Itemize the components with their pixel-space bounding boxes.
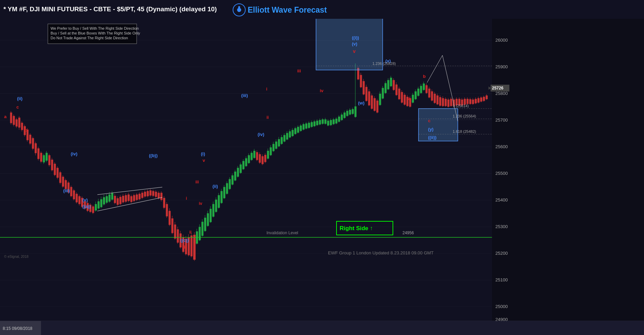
- svg-text:i: i: [266, 87, 267, 92]
- svg-text:ii: ii: [266, 115, 269, 120]
- svg-text:Elliott Wave Forecast: Elliott Wave Forecast: [248, 5, 327, 14]
- svg-rect-461: [0, 321, 644, 335]
- svg-text:25600: 25600: [495, 144, 508, 149]
- chart-container: 26100 26000 25900 25800 25700 25600 2550…: [0, 0, 644, 335]
- svg-text:We Prefer to Buy / Sell With T: We Prefer to Buy / Sell With The Right S…: [51, 26, 139, 30]
- svg-text:ii: ii: [189, 230, 192, 235]
- svg-text:((b)): ((b)): [149, 153, 157, 158]
- svg-text:25000: 25000: [495, 304, 508, 309]
- svg-text:Invalidation Level: Invalidation Level: [266, 231, 298, 235]
- chart-svg: 26100 26000 25900 25800 25700 25600 2550…: [0, 0, 644, 335]
- svg-text:(iv): (iv): [258, 132, 264, 137]
- svg-text:(iii): (iii): [241, 93, 248, 98]
- svg-text:iii: iii: [297, 68, 301, 73]
- svg-rect-391: [419, 109, 458, 141]
- svg-text:8:15 09/08/2018: 8:15 09/08/2018: [3, 326, 32, 331]
- svg-text:1.618 (25482): 1.618 (25482): [453, 129, 476, 134]
- svg-text:iv: iv: [320, 88, 324, 93]
- svg-text:25900: 25900: [495, 64, 508, 69]
- svg-text:((c)): ((c)): [180, 238, 189, 243]
- svg-text:25400: 25400: [495, 197, 508, 203]
- svg-text:v: v: [353, 48, 356, 54]
- svg-text:(y): (y): [428, 127, 434, 132]
- svg-text:© eSignal, 2018: © eSignal, 2018: [4, 255, 29, 259]
- svg-text:(v): (v): [352, 41, 357, 46]
- svg-text:26000: 26000: [495, 38, 508, 43]
- svg-text:25500: 25500: [495, 171, 508, 176]
- svg-text:(iii): (iii): [63, 188, 70, 193]
- svg-text:* YM #F, DJI MINI FUTURES - CB: * YM #F, DJI MINI FUTURES - CBTE - $5/PT…: [3, 5, 217, 13]
- svg-text:25726: 25726: [492, 86, 504, 90]
- svg-text:c: c: [428, 118, 430, 123]
- svg-text:EWF Group 1 London Updated 8.2: EWF Group 1 London Updated 8.23.2018 09.…: [328, 250, 434, 255]
- svg-rect-2: [492, 0, 644, 321]
- svg-text:25800: 25800: [495, 91, 508, 96]
- svg-text:(w): (w): [358, 100, 365, 106]
- svg-text:1.236 (25828): 1.236 (25828): [372, 61, 396, 66]
- svg-point-450: [238, 6, 240, 8]
- svg-text:v: v: [203, 158, 205, 163]
- svg-text:((a)): ((a)): [82, 204, 91, 209]
- svg-text:25700: 25700: [495, 117, 508, 123]
- svg-text:25100: 25100: [495, 277, 508, 282]
- svg-text:a: a: [408, 96, 411, 101]
- svg-text:c: c: [16, 104, 19, 110]
- svg-text:b: b: [25, 127, 27, 132]
- svg-text:((i)): ((i)): [352, 35, 359, 40]
- svg-text:i: i: [186, 196, 187, 201]
- svg-text:24956: 24956: [402, 231, 414, 235]
- svg-text:(iv): (iv): [71, 151, 78, 156]
- svg-text:Do Not Trade Against The Right: Do Not Trade Against The Right Side Dire…: [51, 36, 128, 40]
- svg-text:(ii): (ii): [17, 96, 23, 101]
- svg-text:iv: iv: [199, 201, 202, 206]
- svg-text:25300: 25300: [495, 224, 508, 229]
- svg-text:(i): (i): [201, 151, 205, 156]
- svg-text:(v): (v): [82, 197, 88, 203]
- svg-text:25200: 25200: [495, 251, 508, 256]
- svg-text:((ii)): ((ii)): [428, 135, 437, 140]
- svg-text:iii: iii: [195, 180, 199, 184]
- svg-text:Right Side ↑: Right Side ↑: [340, 225, 373, 232]
- svg-text:4: 4: [183, 245, 186, 250]
- svg-text:b: b: [423, 74, 426, 79]
- svg-text:(ii): (ii): [213, 184, 218, 189]
- svg-text:Buy / Sell at the Blue Boxes W: Buy / Sell at the Blue Boxes With The Ri…: [51, 31, 140, 35]
- svg-text:1 (25614): 1 (25614): [453, 104, 469, 108]
- svg-text:a: a: [4, 114, 7, 119]
- svg-text:1.236 (25564): 1.236 (25564): [453, 114, 476, 118]
